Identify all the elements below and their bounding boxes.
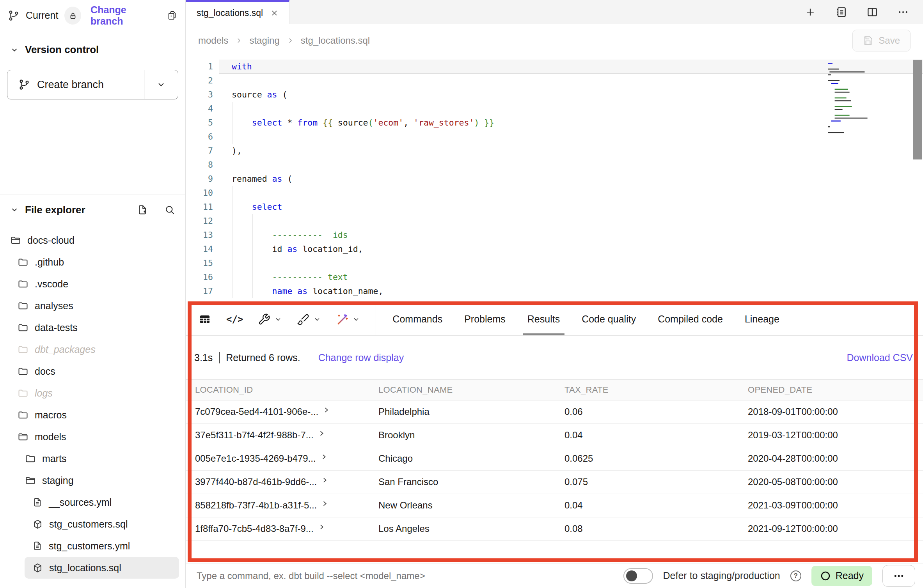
cell-location_name: New Orleans [369, 494, 555, 517]
line-number: 5 [186, 116, 213, 130]
panel-tab-code-quality[interactable]: Code quality [571, 303, 647, 335]
panel-tab-lineage[interactable]: Lineage [734, 303, 790, 335]
more-actions-button[interactable] [882, 565, 915, 587]
split-editor-icon[interactable] [866, 6, 879, 18]
code-line-7: 7), [186, 144, 923, 158]
expand-row-icon[interactable] [323, 407, 330, 413]
code-text [232, 130, 923, 144]
code-text [232, 256, 923, 270]
new-file-icon[interactable] [137, 204, 148, 215]
table-row-3[interactable]: 005e7e1c-1935-4269-b479...Chicago0.06252… [186, 447, 923, 470]
code-line-11: 11 select [186, 200, 923, 214]
table-row-4[interactable]: 3977f440-b87d-461b-9dd6-...San Francisco… [186, 470, 923, 494]
column-header-tax_rate: TAX_RATE [555, 380, 738, 400]
line-number: 16 [186, 270, 213, 284]
file-tree-item-dbt-packages[interactable]: dbt_packages [0, 338, 185, 360]
panel-tab-commands[interactable]: Commands [382, 303, 453, 335]
breadcrumb: models staging stg_locations.sql [198, 35, 370, 46]
more-options-icon[interactable] [897, 6, 909, 18]
ai-wand-icon [336, 313, 348, 326]
file-tree-item-models[interactable]: models [0, 426, 185, 448]
file-tree-item-data-tests[interactable]: data-tests [0, 317, 185, 338]
table-icon[interactable] [198, 313, 211, 326]
file-tree-item--github[interactable]: .github [0, 251, 185, 273]
file-tree-item-label: stg_customers.yml [49, 540, 130, 552]
code-line-3: 3source as ( [186, 88, 923, 102]
command-bar: Defer to staging/production ? Ready [186, 563, 923, 588]
file-tree-item-stg-customers-sql[interactable]: stg_customers.sql [0, 513, 185, 535]
file-tree-item-label: staging [42, 475, 74, 486]
table-row-2[interactable]: 37e5f311-b7f4-4f2f-988b-7...Brooklyn0.04… [186, 423, 923, 447]
file-tree-item-staging[interactable]: staging [0, 469, 185, 491]
change-row-display-link[interactable]: Change row display [318, 352, 404, 363]
expand-row-icon[interactable] [321, 453, 327, 460]
code-line-8: 8 [186, 158, 923, 172]
chevron-down-icon [10, 46, 19, 54]
code-editor[interactable]: 1with23source as (45 select * from {{ so… [186, 57, 923, 303]
expand-row-icon[interactable] [321, 500, 328, 507]
line-number: 14 [186, 242, 213, 256]
create-branch-button[interactable]: Create branch [7, 70, 178, 99]
folder-icon [18, 322, 28, 333]
save-button[interactable]: Save [852, 30, 911, 51]
table-row-6[interactable]: 1f8ffa70-7cb5-4d83-8a7f-9...Los Angeles0… [186, 517, 923, 540]
code-line-5: 5 select * from {{ source('ecom', 'raw_s… [186, 116, 923, 130]
table-row-1[interactable]: 7c079cea-5ed4-4101-906e-...Philadelphia0… [186, 400, 923, 423]
file-tree-item-stg-customers-yml[interactable]: stg_customers.yml [0, 535, 185, 557]
code-text: name as location_name, [232, 284, 923, 298]
defer-toggle[interactable] [623, 568, 653, 584]
file-tree-item--vscode[interactable]: .vscode [0, 273, 185, 295]
close-icon[interactable] [271, 9, 278, 17]
search-icon[interactable] [164, 204, 175, 215]
code-text [232, 158, 923, 172]
download-csv-link[interactable]: Download CSV [847, 352, 913, 363]
file-tree-item-logs[interactable]: logs [0, 382, 185, 404]
cell-opened_date: 2019-03-12T00:00:00 [738, 423, 923, 447]
chevron-down-icon[interactable] [10, 205, 19, 214]
command-input[interactable] [197, 570, 613, 581]
file-tree-item--sources-yml[interactable]: __sources.yml [0, 491, 185, 513]
file-tree-item-label: docs-cloud [27, 235, 75, 246]
code-preview-icon[interactable]: </> [226, 314, 243, 325]
expand-row-icon[interactable] [321, 477, 328, 484]
cell-location_name: San Francisco [369, 470, 555, 494]
editor-tab-stg-locations[interactable]: stg_locations.sql [186, 0, 289, 24]
line-number: 8 [186, 158, 213, 172]
expand-row-icon[interactable] [318, 524, 325, 530]
file-tree-item-docs[interactable]: docs [0, 360, 185, 382]
panel-tab-compiled-code[interactable]: Compiled code [647, 303, 734, 335]
code-line-12: 12 [186, 214, 923, 228]
journal-icon[interactable] [835, 6, 847, 18]
expand-row-icon[interactable] [318, 430, 325, 437]
breadcrumb-staging[interactable]: staging [249, 35, 279, 46]
code-line-9: 9renamed as ( [186, 172, 923, 186]
cell-location_name: Chicago [369, 447, 555, 470]
format-button[interactable] [297, 313, 321, 326]
copy-icon[interactable] [167, 10, 178, 21]
file-tree-item-analyses[interactable]: analyses [0, 295, 185, 317]
version-control-header[interactable]: Version control [7, 31, 178, 56]
create-branch-dropdown[interactable] [144, 70, 178, 99]
file-tree-item-macros[interactable]: macros [0, 404, 185, 426]
build-tools-button[interactable] [258, 313, 282, 326]
breadcrumb-models[interactable]: models [198, 35, 228, 46]
panel-tab-results[interactable]: Results [517, 303, 571, 335]
cell-location_id: 7c079cea-5ed4-4101-906e-... [186, 400, 369, 423]
new-tab-icon[interactable] [804, 6, 816, 18]
file-tree: docs-cloud.github.vscodeanalysesdata-tes… [0, 225, 185, 579]
file-tree-item-marts[interactable]: marts [0, 448, 185, 469]
line-number: 11 [186, 200, 213, 214]
change-branch-link[interactable]: Change branch [91, 4, 156, 27]
cell-tax_rate: 0.0625 [555, 447, 738, 470]
file-tree-item-stg-locations-sql[interactable]: stg_locations.sql [25, 557, 179, 579]
help-icon[interactable]: ? [790, 570, 801, 581]
table-row-5[interactable]: 858218fb-73f7-4b1b-a31f-5...New Orleans0… [186, 494, 923, 517]
breadcrumb-file[interactable]: stg_locations.sql [301, 35, 370, 46]
cell-opened_date: 2021-03-09T00:00:00 [738, 494, 923, 517]
defer-label: Defer to staging/production [663, 570, 780, 581]
chevron-down-icon [313, 315, 321, 323]
ai-fix-button[interactable] [336, 313, 360, 326]
file-tree-item-docs-cloud[interactable]: docs-cloud [0, 229, 185, 251]
branch-locked-badge [64, 7, 81, 25]
panel-tab-problems[interactable]: Problems [453, 303, 517, 335]
